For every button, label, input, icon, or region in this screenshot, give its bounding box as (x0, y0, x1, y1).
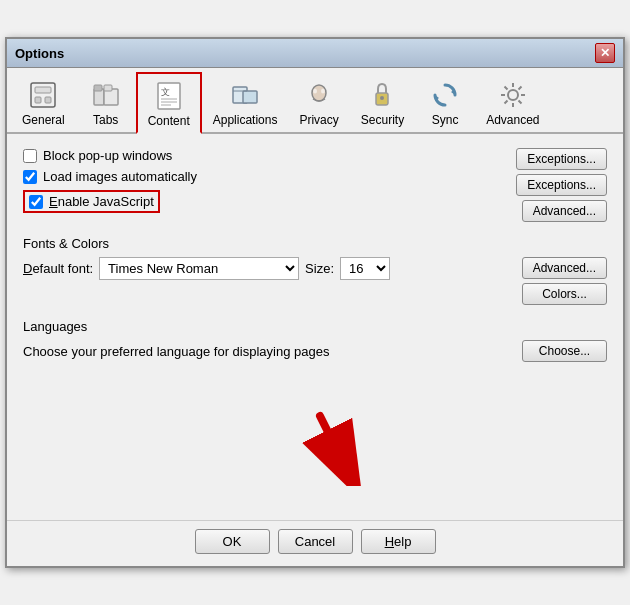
fonts-controls: Default font: Times New Roman Size: 16 (23, 257, 390, 286)
enable-js-row: Enable JavaScript (23, 190, 197, 213)
svg-text:文: 文 (161, 87, 170, 97)
tab-general[interactable]: General (11, 72, 76, 132)
advanced-icon (497, 79, 529, 111)
languages-desc: Choose your preferred language for displ… (23, 344, 329, 359)
content-panel: Block pop-up windows Load images automat… (7, 134, 623, 520)
ok-button[interactable]: OK (195, 529, 270, 554)
footer: OK Cancel Help (7, 520, 623, 566)
exceptions-popup-button[interactable]: Exceptions... (516, 148, 607, 170)
advanced-fonts-button[interactable]: Advanced... (522, 257, 607, 279)
size-label: Size: (305, 261, 334, 276)
tab-content-label: Content (148, 114, 190, 128)
default-font-label: Default font: (23, 261, 93, 276)
size-select[interactable]: 16 (340, 257, 390, 280)
window-title: Options (15, 46, 64, 61)
general-icon (27, 79, 59, 111)
svg-rect-14 (243, 91, 257, 103)
tab-tabs[interactable]: Tabs (76, 72, 136, 132)
colors-button[interactable]: Colors... (522, 283, 607, 305)
tab-tabs-label: Tabs (93, 113, 118, 127)
fonts-colors-label: Fonts & Colors (23, 236, 607, 251)
load-images-checkbox[interactable] (23, 170, 37, 184)
languages-section: Languages Choose your preferred language… (23, 319, 607, 362)
sync-icon (429, 79, 461, 111)
svg-point-17 (313, 89, 317, 94)
cancel-button[interactable]: Cancel (278, 529, 353, 554)
svg-rect-7 (104, 85, 112, 91)
side-buttons-top: Exceptions... Exceptions... Advanced... (516, 148, 607, 222)
tabs-icon (90, 79, 122, 111)
load-images-row: Load images automatically (23, 169, 197, 184)
languages-row: Choose your preferred language for displ… (23, 340, 607, 362)
options-window: Options ✕ General Tabs 文 (5, 37, 625, 568)
block-popup-checkbox[interactable] (23, 149, 37, 163)
advanced-js-button[interactable]: Advanced... (522, 200, 607, 222)
tab-privacy[interactable]: Privacy (288, 72, 349, 132)
checkboxes-section: Block pop-up windows Load images automat… (23, 148, 607, 222)
block-popup-label: Block pop-up windows (43, 148, 172, 163)
tab-security[interactable]: Security (350, 72, 415, 132)
tab-sync[interactable]: Sync (415, 72, 475, 132)
enable-js-label: Enable JavaScript (49, 194, 154, 209)
content-icon: 文 (153, 80, 185, 112)
arrow-area (23, 376, 607, 506)
enable-js-highlight: Enable JavaScript (23, 190, 160, 213)
tab-applications[interactable]: Applications (202, 72, 289, 132)
choose-button[interactable]: Choose... (522, 340, 607, 362)
load-images-label: Load images automatically (43, 169, 197, 184)
privacy-icon (303, 79, 335, 111)
title-bar: Options ✕ (7, 39, 623, 68)
svg-rect-2 (35, 97, 41, 103)
exceptions-images-button[interactable]: Exceptions... (516, 174, 607, 196)
svg-rect-1 (35, 87, 51, 93)
toolbar: General Tabs 文 Content (7, 68, 623, 134)
applications-icon (229, 79, 261, 111)
enable-js-checkbox[interactable] (29, 195, 43, 209)
tab-general-label: General (22, 113, 65, 127)
help-label: elp (394, 534, 411, 549)
tab-advanced[interactable]: Advanced (475, 72, 550, 132)
checkboxes-left: Block pop-up windows Load images automat… (23, 148, 197, 213)
fonts-colors-section: Fonts & Colors Default font: Times New R… (23, 236, 607, 305)
tab-advanced-label: Advanced (486, 113, 539, 127)
font-select[interactable]: Times New Roman (99, 257, 299, 280)
svg-point-20 (380, 96, 384, 100)
tab-sync-label: Sync (432, 113, 459, 127)
svg-line-25 (320, 416, 345, 466)
arrow-icon (290, 406, 370, 486)
help-button[interactable]: Help (361, 529, 436, 554)
tab-applications-label: Applications (213, 113, 278, 127)
block-popup-row: Block pop-up windows (23, 148, 197, 163)
side-buttons-fonts: Advanced... Colors... (522, 257, 607, 305)
languages-label: Languages (23, 319, 607, 334)
tab-content[interactable]: 文 Content (136, 72, 202, 134)
tab-security-label: Security (361, 113, 404, 127)
tab-privacy-label: Privacy (299, 113, 338, 127)
svg-point-23 (508, 90, 518, 100)
security-icon (366, 79, 398, 111)
font-row: Default font: Times New Roman Size: 16 (23, 257, 390, 280)
close-button[interactable]: ✕ (595, 43, 615, 63)
svg-rect-3 (45, 97, 51, 103)
svg-rect-6 (94, 85, 102, 91)
svg-point-18 (321, 89, 325, 94)
